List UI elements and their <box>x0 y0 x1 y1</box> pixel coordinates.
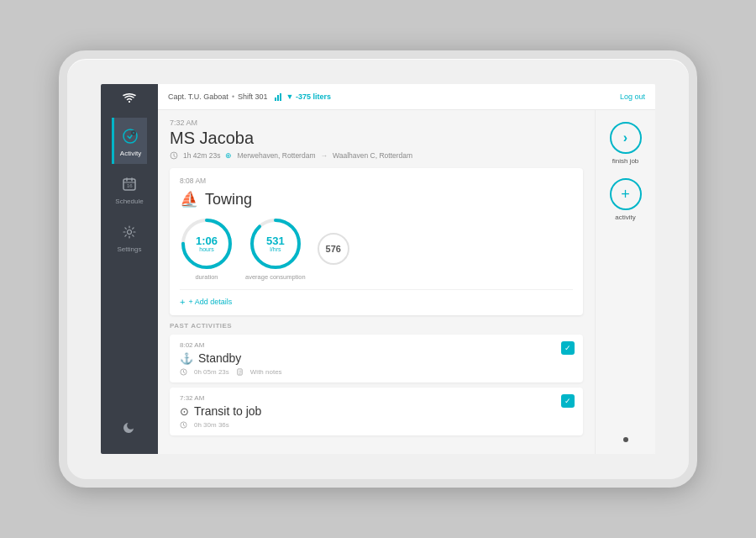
standby-icon: ⚓ <box>180 352 193 365</box>
header-captain: Capt. T.U. Gaboat <box>168 92 228 101</box>
screen: Activity 16 Schedule <box>101 84 655 454</box>
header-bar: Capt. T.U. Gaboat • Shift 301 ▼ -375 lit… <box>158 84 655 110</box>
speed-value: 576 <box>326 245 341 254</box>
ship-route: 1h 42m 23s ⊕ Merwehaven, Rotterdam → Waa… <box>170 151 583 160</box>
consumption-gauge: 531 l/hrs average consumption <box>245 217 306 281</box>
content-scroll: 7:32 AM MS Jacoba 1h 42m 23s ⊕ Merwehave… <box>158 110 595 454</box>
standby-notes: With notes <box>250 368 282 376</box>
main-content: Capt. T.U. Gaboat • Shift 301 ▼ -375 lit… <box>158 84 655 454</box>
current-activity-card: 8:08 AM ⛵ Towing <box>170 168 583 315</box>
duration-unit: hours <box>199 246 214 252</box>
activity-title-row: ⛵ Towing <box>180 190 573 208</box>
activity-title: Towing <box>205 191 252 208</box>
sidebar-item-settings-label: Settings <box>118 245 142 253</box>
ship-name: MS Jacoba <box>170 129 583 148</box>
speed-badge: 576 <box>318 233 349 265</box>
clock-icon <box>170 151 178 160</box>
sidebar-item-schedule-label: Schedule <box>115 198 143 205</box>
past-item-standby-title: Standby <box>198 351 241 365</box>
add-details-icon: + <box>180 297 185 307</box>
past-item-transit: ✓ 7:32 AM ⊙ Transit to job 0h 30m 36s <box>170 388 583 435</box>
ship-time: 7:32 AM <box>170 119 583 127</box>
duration-value: 1:06 <box>196 235 218 246</box>
logout-button[interactable]: Log out <box>620 92 645 101</box>
finish-job-label: finish job <box>612 157 639 165</box>
svg-text:16: 16 <box>127 183 133 188</box>
check-badge-standby: ✓ <box>561 341 575 355</box>
check-badge-transit: ✓ <box>561 394 575 408</box>
header-shift: Shift 301 <box>238 92 268 101</box>
transit-duration: 0h 30m 36s <box>194 421 229 429</box>
past-item-transit-meta: 0h 30m 36s <box>180 421 573 429</box>
right-panel: › finish job + activity <box>595 110 655 454</box>
sidebar: Activity 16 Schedule <box>101 84 158 454</box>
sidebar-item-schedule[interactable]: 16 Schedule <box>112 166 146 212</box>
past-activities-label: PAST ACTIVITIES <box>170 322 583 330</box>
activity-label: activity <box>615 214 635 221</box>
past-item-standby: ✓ 8:02 AM ⚓ Standby 0h 05m 23s <box>170 335 583 382</box>
svg-rect-7 <box>277 95 279 101</box>
plus-icon: + <box>621 186 630 203</box>
add-activity-button[interactable]: + activity <box>610 178 642 221</box>
notes-icon <box>236 368 244 376</box>
metrics-row: 1:06 hours duration <box>180 217 573 281</box>
duration-gauge: 1:06 hours duration <box>180 217 234 281</box>
add-details-button[interactable]: + + Add details <box>180 289 573 307</box>
consumption-value: 531 <box>266 235 285 246</box>
clock-transit-icon <box>180 421 187 429</box>
standby-duration: 0h 05m 23s <box>194 368 229 376</box>
activity-time: 8:08 AM <box>180 177 573 185</box>
svg-point-5 <box>127 230 131 235</box>
ship-destination: Waalhaven C, Rotterdam <box>333 151 412 160</box>
past-item-standby-meta: 0h 05m 23s With notes <box>180 368 573 376</box>
chart-icon <box>275 92 283 101</box>
svg-rect-6 <box>275 98 276 101</box>
svg-point-0 <box>129 101 130 103</box>
past-item-transit-time: 7:32 AM <box>180 394 573 402</box>
moon-icon <box>123 420 136 446</box>
sidebar-item-activity[interactable]: Activity <box>112 118 146 164</box>
sidebar-item-activity-label: Activity <box>120 150 141 157</box>
transit-icon: ⊙ <box>180 405 189 418</box>
past-item-standby-time: 8:02 AM <box>180 341 573 349</box>
tablet-shell: Activity 16 Schedule <box>59 50 697 488</box>
content-area: 7:32 AM MS Jacoba 1h 42m 23s ⊕ Merwehave… <box>158 110 655 454</box>
chevron-right-icon: › <box>623 130 627 145</box>
dot-indicator <box>623 437 628 442</box>
add-details-label: + Add details <box>188 298 232 306</box>
duration-label: duration <box>195 273 218 281</box>
ship-origin: Merwehaven, Rotterdam <box>237 151 315 160</box>
sidebar-item-settings[interactable]: Settings <box>112 214 146 260</box>
svg-rect-8 <box>280 93 281 101</box>
past-item-transit-title: Transit to job <box>194 404 261 418</box>
wifi-icon <box>123 92 136 106</box>
clock-small-icon <box>180 368 187 376</box>
header-fuel: ▼ -375 liters <box>286 92 331 101</box>
finish-job-button[interactable]: › finish job <box>610 122 642 165</box>
ship-duration: 1h 42m 23s <box>183 151 220 160</box>
consumption-label: average consumption <box>245 273 306 281</box>
sidebar-nav: Activity 16 Schedule <box>112 118 146 420</box>
consumption-unit: l/hrs <box>270 246 281 252</box>
origin-icon: ⊕ <box>225 151 232 160</box>
towing-icon: ⛵ <box>180 190 198 208</box>
